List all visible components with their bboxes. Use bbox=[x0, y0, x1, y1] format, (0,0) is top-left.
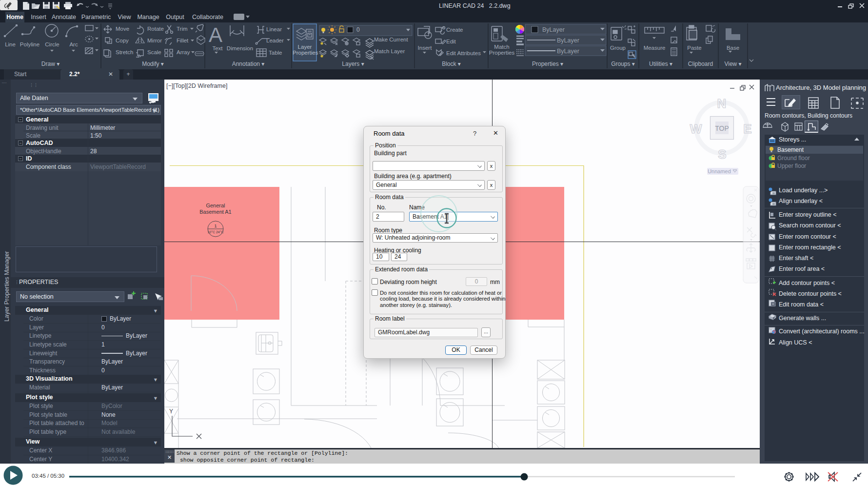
svg-text:General: General bbox=[206, 203, 225, 208]
svg-text:ByLayer: ByLayer bbox=[557, 37, 579, 44]
svg-text:03:45 / 05:30: 03:45 / 05:30 bbox=[32, 473, 64, 479]
svg-text:N: N bbox=[717, 96, 727, 111]
svg-text:Unnamed: Unnamed bbox=[708, 168, 731, 174]
svg-text:10°C 24°C: 10°C 24°C bbox=[207, 230, 223, 234]
svg-text:ByLayer: ByLayer bbox=[557, 48, 579, 55]
svg-text:S: S bbox=[718, 147, 726, 162]
svg-text:A: A bbox=[209, 23, 222, 46]
svg-text:E: E bbox=[743, 122, 751, 136]
svg-text:0: 0 bbox=[356, 26, 360, 33]
svg-text:W: W bbox=[690, 122, 702, 136]
svg-text:Basement A1: Basement A1 bbox=[199, 209, 231, 215]
svg-text:TOP: TOP bbox=[715, 124, 729, 132]
svg-text:Y: Y bbox=[169, 408, 173, 415]
svg-text:1: 1 bbox=[214, 224, 217, 228]
svg-text:ByLayer: ByLayer bbox=[542, 26, 565, 33]
